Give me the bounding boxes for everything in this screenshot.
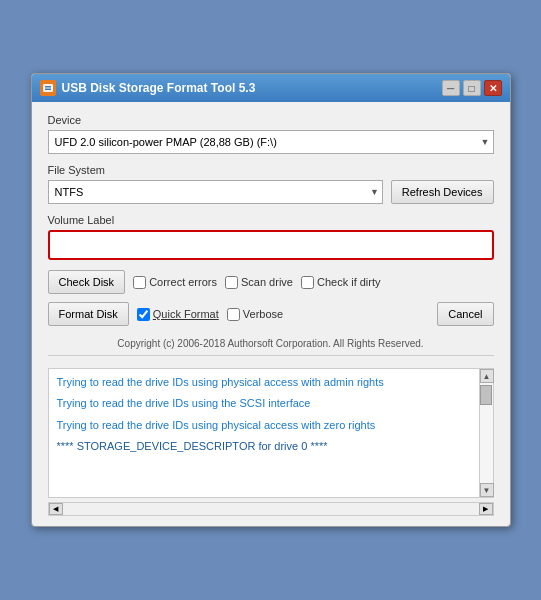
title-bar: USB Disk Storage Format Tool 5.3 ─ □ ✕ xyxy=(32,74,510,102)
title-bar-left: USB Disk Storage Format Tool 5.3 xyxy=(40,80,256,96)
device-select-wrapper: UFD 2.0 silicon-power PMAP (28,88 GB) (F… xyxy=(48,130,494,154)
h-scroll-left-button[interactable]: ◀ xyxy=(49,503,63,515)
minimize-button[interactable]: ─ xyxy=(442,80,460,96)
buttons-row1: Check Disk Correct errors Scan drive Che… xyxy=(48,270,494,294)
check-if-dirty-label: Check if dirty xyxy=(317,276,381,288)
log-entry-3: Trying to read the drive IDs using physi… xyxy=(57,418,471,433)
verbose-checkbox[interactable] xyxy=(227,308,240,321)
quick-format-checkbox[interactable] xyxy=(137,308,150,321)
log-entry-2: Trying to read the drive IDs using the S… xyxy=(57,396,471,411)
check-disk-button[interactable]: Check Disk xyxy=(48,270,126,294)
scroll-track xyxy=(480,383,493,483)
device-select[interactable]: UFD 2.0 silicon-power PMAP (28,88 GB) (F… xyxy=(48,130,494,154)
volume-label-input[interactable] xyxy=(52,234,490,256)
quick-format-checkbox-label[interactable]: Quick Format xyxy=(137,308,219,321)
svg-rect-2 xyxy=(45,89,51,91)
filesystem-label: File System xyxy=(48,164,494,176)
scroll-down-button[interactable]: ▼ xyxy=(480,483,494,497)
log-entry-4: **** STORAGE_DEVICE_DESCRIPTOR for drive… xyxy=(57,439,471,454)
close-button[interactable]: ✕ xyxy=(484,80,502,96)
device-section: Device UFD 2.0 silicon-power PMAP (28,88… xyxy=(48,114,494,154)
title-controls: ─ □ ✕ xyxy=(442,80,502,96)
refresh-devices-button[interactable]: Refresh Devices xyxy=(391,180,494,204)
volume-label-label: Volume Label xyxy=(48,214,494,226)
log-section: Trying to read the drive IDs using physi… xyxy=(48,368,494,498)
log-entry-1: Trying to read the drive IDs using physi… xyxy=(57,375,471,390)
copyright-text: Copyright (c) 2006-2018 Authorsoft Corpo… xyxy=(48,334,494,356)
buttons-row2: Format Disk Quick Format Verbose Cancel xyxy=(48,302,494,326)
correct-errors-checkbox[interactable] xyxy=(133,276,146,289)
window-title: USB Disk Storage Format Tool 5.3 xyxy=(62,81,256,95)
scan-drive-checkbox-label[interactable]: Scan drive xyxy=(225,276,293,289)
main-window: USB Disk Storage Format Tool 5.3 ─ □ ✕ D… xyxy=(31,73,511,527)
verbose-label: Verbose xyxy=(243,308,283,320)
scroll-thumb[interactable] xyxy=(480,385,492,405)
svg-rect-1 xyxy=(45,86,51,88)
filesystem-select[interactable]: NTFS xyxy=(48,180,383,204)
filesystem-section: File System NTFS ▼ Refresh Devices xyxy=(48,164,494,204)
verbose-checkbox-label[interactable]: Verbose xyxy=(227,308,283,321)
format-disk-button[interactable]: Format Disk xyxy=(48,302,129,326)
scan-drive-checkbox[interactable] xyxy=(225,276,238,289)
check-if-dirty-checkbox-label[interactable]: Check if dirty xyxy=(301,276,381,289)
h-scroll-right-button[interactable]: ▶ xyxy=(479,503,493,515)
log-content: Trying to read the drive IDs using physi… xyxy=(49,369,479,497)
filesystem-row: NTFS ▼ Refresh Devices xyxy=(48,180,494,204)
volume-label-section: Volume Label xyxy=(48,214,494,260)
device-label: Device xyxy=(48,114,494,126)
main-content: Device UFD 2.0 silicon-power PMAP (28,88… xyxy=(32,102,510,368)
scroll-up-button[interactable]: ▲ xyxy=(480,369,494,383)
log-scrollbar: ▲ ▼ xyxy=(479,369,493,497)
correct-errors-label: Correct errors xyxy=(149,276,217,288)
cancel-button[interactable]: Cancel xyxy=(437,302,493,326)
app-icon xyxy=(40,80,56,96)
quick-format-label: Quick Format xyxy=(153,308,219,320)
check-if-dirty-checkbox[interactable] xyxy=(301,276,314,289)
correct-errors-checkbox-label[interactable]: Correct errors xyxy=(133,276,217,289)
svg-rect-0 xyxy=(43,84,53,92)
restore-button[interactable]: □ xyxy=(463,80,481,96)
volume-input-wrapper xyxy=(48,230,494,260)
scan-drive-label: Scan drive xyxy=(241,276,293,288)
h-scrollbar: ◀ ▶ xyxy=(48,502,494,516)
filesystem-select-wrapper: NTFS ▼ xyxy=(48,180,383,204)
